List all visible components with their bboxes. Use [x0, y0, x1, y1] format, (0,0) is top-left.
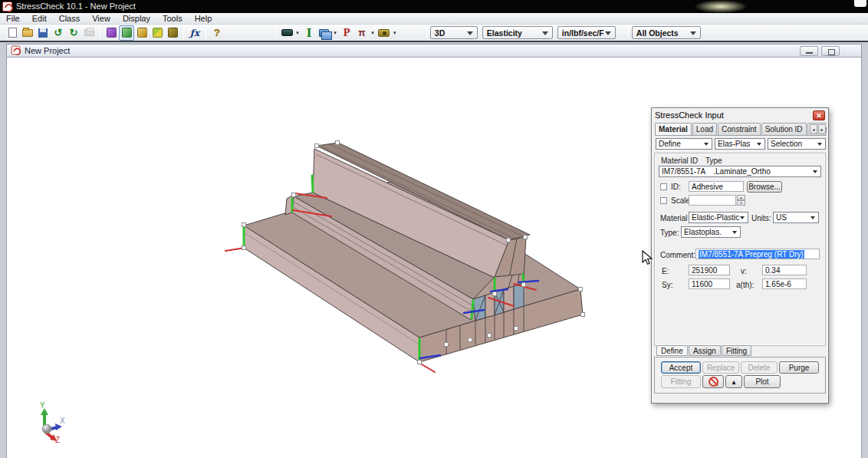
- import-button[interactable]: ↺: [51, 25, 66, 41]
- window-control-fragment[interactable]: [854, 0, 866, 7]
- v-input[interactable]: 0.34: [762, 265, 807, 275]
- spin-down-icon[interactable]: ▼: [737, 200, 745, 206]
- material-record-combo[interactable]: IM7/8551-7A .Laminate_Ortho: [659, 166, 821, 177]
- spin-up-icon[interactable]: ▲: [737, 195, 745, 200]
- replace-button[interactable]: Replace: [702, 361, 739, 374]
- combo-caret-icon: [467, 31, 473, 35]
- material-model-combo[interactable]: Elas-Plas: [715, 138, 765, 150]
- expand-button[interactable]: ▴: [725, 375, 742, 388]
- plot-button[interactable]: Plot: [744, 375, 781, 388]
- archive-cube-icon: [137, 28, 147, 38]
- snapshot-caret-icon[interactable]: ▼: [393, 31, 397, 35]
- joint-slice-face[interactable]: [514, 283, 524, 309]
- export-button[interactable]: ↻: [66, 25, 81, 41]
- id-checkbox[interactable]: [660, 183, 667, 190]
- print-icon: [84, 29, 94, 36]
- section-button[interactable]: π: [354, 25, 370, 41]
- bottom-tab-define[interactable]: Define: [656, 345, 688, 356]
- units-combo[interactable]: in/lbf/sec/F: [557, 26, 616, 39]
- bottom-tab-assign[interactable]: Assign: [689, 345, 721, 356]
- comment-label: Comment:: [660, 251, 695, 259]
- menu-view[interactable]: View: [86, 14, 117, 23]
- formula-icon: ƒx: [190, 28, 199, 38]
- method-combo[interactable]: Define: [656, 138, 712, 150]
- tab-load[interactable]: Load: [692, 123, 717, 135]
- units-value-combo[interactable]: US: [773, 212, 819, 223]
- combo-caret-icon: [542, 31, 548, 35]
- mesh-button[interactable]: [150, 25, 165, 41]
- formula-button[interactable]: ƒx: [187, 25, 202, 41]
- section-icon: π: [358, 28, 365, 38]
- tab-solution-id[interactable]: Solution ID: [761, 123, 807, 135]
- p-order-button[interactable]: P: [339, 25, 354, 41]
- tab-constraint[interactable]: Constraint: [718, 123, 761, 135]
- layers-caret-icon[interactable]: ▼: [333, 31, 337, 35]
- snapshot-button[interactable]: [376, 25, 392, 41]
- scale-input[interactable]: [689, 195, 736, 206]
- print-button[interactable]: [81, 25, 97, 41]
- model-viewport[interactable]: Y X Z StressCheck Input ✕ Material Load …: [7, 58, 861, 458]
- mouse-cursor: [641, 249, 656, 268]
- open-button[interactable]: [20, 25, 35, 41]
- select-mode-button[interactable]: [119, 25, 134, 41]
- layers-button[interactable]: [317, 25, 332, 41]
- type-column-label: Type: [705, 157, 722, 165]
- document-title: New Project: [25, 46, 70, 55]
- fitting-button[interactable]: Fitting: [661, 375, 701, 388]
- id-input[interactable]: Adhesive: [689, 181, 744, 192]
- help-button[interactable]: ?: [209, 25, 225, 41]
- dimension-combo[interactable]: 3D: [430, 26, 478, 39]
- display-mode-button[interactable]: [279, 25, 294, 41]
- accept-button[interactable]: Accept: [661, 361, 701, 374]
- menu-file[interactable]: File: [0, 14, 26, 23]
- section-caret-icon[interactable]: ▼: [370, 31, 375, 35]
- tab-scroll-left-icon[interactable]: ◄: [810, 124, 817, 134]
- dialog-tabstrip: Material Load Constraint Solution ID p-D…: [655, 123, 827, 136]
- selection-combo[interactable]: Selection: [768, 138, 826, 150]
- sy-label: Sy:: [662, 281, 672, 289]
- object-filter-combo[interactable]: All Objects: [632, 26, 701, 39]
- new-file-button[interactable]: [5, 25, 20, 41]
- no-entry-icon: [709, 377, 718, 387]
- ibeam-button[interactable]: I: [301, 25, 317, 41]
- material-behavior-combo[interactable]: Elastic-Plastic: [689, 212, 748, 223]
- bottom-tab-fitting[interactable]: Fitting: [722, 345, 751, 356]
- type-value-combo[interactable]: Elastoplas.: [681, 226, 741, 238]
- menu-help[interactable]: Help: [189, 14, 219, 23]
- tab-material[interactable]: Material: [655, 123, 692, 135]
- menu-class[interactable]: Class: [53, 14, 87, 23]
- menu-tools[interactable]: Tools: [156, 14, 189, 23]
- maximize-button[interactable]: [821, 46, 840, 56]
- sy-input[interactable]: 11600: [689, 278, 730, 289]
- tab-scroll-right-icon[interactable]: ►: [818, 124, 826, 134]
- menu-display[interactable]: Display: [117, 14, 156, 23]
- ath-input[interactable]: 1.65e-6: [762, 278, 807, 289]
- database-button[interactable]: [165, 25, 180, 41]
- scale-checkbox[interactable]: [660, 197, 667, 204]
- minimize-button[interactable]: [800, 46, 818, 56]
- triad-z-label: Z: [55, 436, 60, 444]
- browse-button[interactable]: Browse...: [747, 181, 782, 193]
- model-objects-button[interactable]: [104, 25, 119, 41]
- scale-spinner[interactable]: ▲▼: [737, 195, 745, 206]
- menu-edit[interactable]: Edit: [26, 14, 53, 23]
- close-icon[interactable]: ✕: [813, 110, 825, 120]
- dialog-title: StressCheck Input: [655, 110, 724, 120]
- combo-caret-icon: [690, 31, 696, 35]
- comment-input[interactable]: IM7/8551-7A Prepreg (RT Dry): [695, 249, 820, 259]
- archive-button[interactable]: [134, 25, 150, 41]
- save-icon: [38, 28, 48, 38]
- delete-button[interactable]: Delete: [741, 361, 778, 374]
- mesh-cube-icon: [153, 28, 163, 38]
- analysis-type-combo[interactable]: Elasticity: [482, 26, 553, 39]
- purge-button[interactable]: Purge: [779, 361, 819, 374]
- v-label: v:: [741, 267, 747, 275]
- e-input[interactable]: 251900: [689, 265, 730, 275]
- display-mode-caret-icon[interactable]: ▼: [295, 31, 300, 35]
- bottom-tabstrip: Define Assign Fitting: [656, 345, 752, 356]
- cancel-operation-button[interactable]: [702, 375, 724, 388]
- save-button[interactable]: [35, 25, 51, 41]
- id-label: ID:: [671, 183, 681, 191]
- ibeam-icon: I: [307, 27, 312, 39]
- document-window: New Project: [6, 44, 862, 458]
